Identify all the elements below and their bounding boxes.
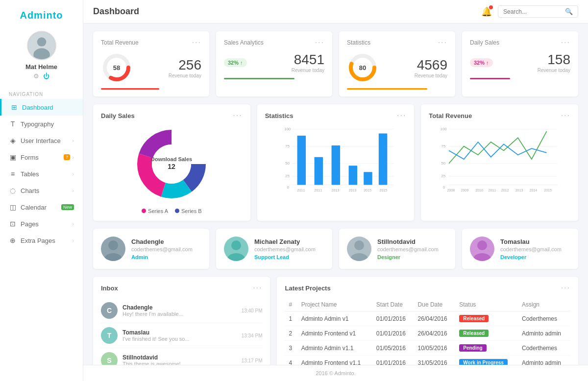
inbox-item[interactable]: T Tomaslau I've finished it! See you so.… [101,323,262,348]
more-options-icon[interactable]: ··· [233,111,242,120]
person-email: coderthemes@gmail.com [131,246,193,252]
cell-due: 26/04/2016 [414,311,456,326]
svg-text:2015: 2015 [379,189,387,192]
stat-value: 158 [538,52,570,68]
person-avatar [101,237,125,261]
sidebar-item-typography[interactable]: TTypography [0,116,83,132]
col-header-name: Project Name [297,298,372,311]
svg-text:2014: 2014 [530,189,538,192]
cell-assign: Adminto admin [518,326,570,341]
person-info: Chadengle coderthemes@gmail.com Admin [131,238,193,260]
inbox-item[interactable]: S Stillnotdavid This theme is awesome! 1… [101,348,262,365]
more-options-icon[interactable]: ··· [253,284,262,292]
cell-start: 01/05/2016 [372,341,414,356]
notification-bell[interactable]: 🔔 [481,6,492,17]
chart-title: Statistics [265,112,294,119]
sidebar-item-calendar[interactable]: ◫Calendar New [0,199,83,215]
svg-text:0: 0 [287,185,289,190]
search-input[interactable] [503,8,562,15]
inbox-preview: Hey! there I'm available... [122,311,183,317]
more-options-icon[interactable]: ··· [438,38,447,47]
inbox-info: Chadengle Hey! there I'm available... [122,304,183,317]
app-logo: Adminto [20,10,63,21]
stat-sub: Revenue today [169,73,201,78]
table-row: 3 Adminto Admin v1.1 01/05/2016 10/05/20… [285,341,570,356]
total-revenue-chart-card: Total Revenue ··· 100 75 50 25 0 [421,104,578,221]
stat-title: Sales Analytics [224,39,264,46]
inbox-info: Stillnotdavid This theme is awesome! [122,354,181,365]
svg-rect-28 [364,172,372,185]
stat-card-statistics: Statistics ··· 80 4569 Revenue today [339,31,455,96]
chart-title: Daily Sales [101,112,135,119]
stat-sub: Revenue today [292,68,324,73]
sidebar-item-charts[interactable]: ◌Charts › [0,182,83,199]
sidebar-item-dashboard[interactable]: ⊞Dashboard [0,99,83,116]
avatar-actions: ⚙ ⏻ [33,72,49,80]
nav-label: Navigation [0,92,43,97]
more-options-icon[interactable]: ··· [561,111,570,120]
col-header-assign: Assign [518,298,570,311]
person-info: Michael Zenaty coderthemes@gmail.com Sup… [254,238,316,260]
svg-text:2011: 2011 [297,189,305,192]
sidebar: Adminto Mat Helme ⚙ ⏻ Navigation ⊞Dashbo… [0,0,83,381]
more-options-icon[interactable]: ··· [192,38,201,47]
svg-text:50: 50 [441,161,446,166]
stat-sub: Revenue today [538,68,570,73]
settings-icon[interactable]: ⚙ [33,72,39,80]
col-header-status: Status [455,298,518,311]
typography-icon: T [9,120,17,128]
svg-text:100: 100 [441,127,447,131]
inbox-avatar: T [101,327,118,344]
sidebar-item-forms[interactable]: ▣Forms 7 › [0,149,83,166]
svg-text:2011: 2011 [314,189,322,192]
svg-text:2013: 2013 [331,189,339,192]
donut-chart: 58 [101,52,132,83]
svg-text:2015: 2015 [544,189,552,192]
inbox-sender: Stillnotdavid [122,354,181,361]
charts-icon: ◌ [9,187,17,194]
person-role: Support Lead [254,254,316,260]
inbox-item[interactable]: C Chadengle Hey! there I'm available... … [101,298,262,323]
more-options-icon[interactable]: ··· [561,284,570,292]
inbox-time: 13:40 PM [242,308,263,313]
inbox-sender: Tomaslau [122,329,190,336]
person-card-2: Stillnotdavid coderthemes@gmail.com Desi… [339,229,455,269]
power-icon[interactable]: ⏻ [43,72,49,80]
stat-progress-bar [470,78,510,79]
sidebar-item-pages[interactable]: ⊡Pages › [0,215,83,232]
svg-text:2008: 2008 [447,189,455,192]
status-badge: Released [459,315,489,322]
svg-text:2013: 2013 [348,189,356,192]
tables-icon: ≡ [9,170,17,178]
sidebar-item-tables[interactable]: ≡Tables › [0,166,83,182]
sidebar-item-label: Extra Pages [21,237,55,244]
svg-point-1 [37,37,46,47]
content-area: Total Revenue ··· 58 256 Revenue today [83,24,588,365]
more-options-icon[interactable]: ··· [397,111,406,120]
person-role: Developer [500,254,562,260]
sidebar-item-user-interface[interactable]: ◈User Interface › [0,132,83,149]
bar-chart-area: 100 75 50 25 0 [265,125,407,195]
sidebar-item-label: Charts [21,187,39,194]
col-header-num: # [285,298,297,311]
cell-name: Adminto Frontend v1.1 [297,356,372,365]
bottom-row: Inbox ··· C Chadengle Hey! there I'm ava… [93,277,578,365]
pie-chart-area: Download Sales 12 Series A Series B [101,125,243,214]
person-role: Designer [377,254,439,260]
person-card-1: Michael Zenaty coderthemes@gmail.com Sup… [216,229,332,269]
svg-point-58 [354,240,364,250]
more-options-icon[interactable]: ··· [315,38,324,47]
cell-name: Adminto Admin v1.1 [297,341,372,356]
person-email: coderthemes@gmail.com [500,246,562,252]
sidebar-item-extra-pages[interactable]: ⊕Extra Pages › [0,232,83,249]
forms-icon: ▣ [9,153,17,161]
calendar-icon: ◫ [9,203,17,211]
more-options-icon[interactable]: ··· [561,38,570,47]
svg-text:25: 25 [441,174,446,178]
pie-legend: Series A Series B [142,208,202,214]
stat-value: 8451 [292,52,324,68]
cell-status: Released [455,311,518,326]
stat-title: Statistics [347,39,370,46]
ui-icon: ◈ [9,137,17,144]
daily-sales-chart-card: Daily Sales ··· Download Sales 12 [93,104,250,221]
